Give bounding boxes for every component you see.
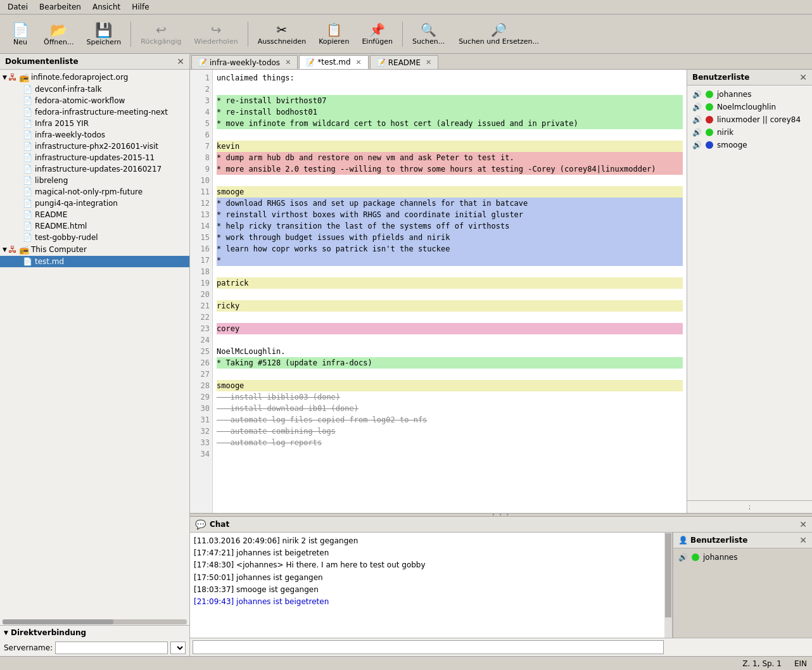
tree-item-fedora-infra[interactable]: 📄 fedora-infrastructure-meeting-next bbox=[0, 106, 189, 118]
line-34 bbox=[217, 448, 683, 460]
chat-close[interactable]: ✕ bbox=[799, 519, 807, 529]
tab-readme-close[interactable]: ✕ bbox=[426, 58, 431, 66]
tree-item-libreleng[interactable]: 📄 libreleng bbox=[0, 175, 189, 186]
line-27 bbox=[217, 369, 683, 380]
menu-ansicht[interactable]: Ansicht bbox=[87, 1, 125, 13]
right-panel-title: Benutzerliste bbox=[692, 73, 749, 82]
line-6 bbox=[217, 129, 683, 141]
server-dropdown[interactable] bbox=[170, 642, 186, 654]
line-20 bbox=[217, 289, 683, 300]
chat-msg-3: [17:48:30] <johannes> Hi there. I am her… bbox=[194, 559, 661, 571]
tree-item-test-gobby[interactable]: 📄 test-gobby-rudel bbox=[0, 232, 189, 243]
chat-messages: [11.03.2016 20:49:06] nirik 2 ist gegang… bbox=[190, 533, 664, 638]
editor-content[interactable]: unclaimed things: * re-install bvirthost… bbox=[213, 70, 687, 513]
tree-item-readme-html[interactable]: 📄 README.html bbox=[0, 220, 189, 232]
line-30: -- install download-ib01 (done) bbox=[217, 403, 683, 414]
chat-title: Chat bbox=[210, 520, 229, 529]
menu-datei[interactable]: Datei bbox=[3, 1, 33, 13]
chat-user-item-johannes: 🔊 johannes bbox=[676, 551, 809, 564]
line-8: * dump arm hub db and restore on new vm … bbox=[217, 152, 683, 163]
chat-header: 💬 Chat ✕ bbox=[190, 517, 812, 533]
line-1: unclaimed things: bbox=[217, 72, 683, 84]
tab-testmd-close[interactable]: ✕ bbox=[356, 58, 362, 66]
tree-item-phx2[interactable]: 📄 infrastructure-phx2-201601-visit bbox=[0, 141, 189, 152]
tree-item-pungi[interactable]: 📄 pungi4-qa-integration bbox=[0, 198, 189, 209]
toolbar-btn-open[interactable]: 📂 Öffnen... bbox=[38, 20, 79, 48]
line-17: * bbox=[217, 255, 683, 266]
line-2 bbox=[217, 84, 683, 95]
toolbar-btn-cut[interactable]: ✂ Ausschneiden bbox=[252, 20, 312, 47]
toolbar-btn-copy[interactable]: 📋 Kopieren bbox=[313, 20, 355, 47]
editor-area[interactable]: 12345 678910 1112131415 1617181920 21222… bbox=[190, 70, 687, 513]
tree-item-infra-weekly[interactable]: 📄 infra-weekly-todos bbox=[0, 129, 189, 141]
tab-infra-weekly[interactable]: 📝 infra-weekly-todos ✕ bbox=[191, 55, 298, 69]
direktverbindung-section: ▼ Direktverbindung bbox=[0, 625, 189, 640]
chat-user-close[interactable]: ✕ bbox=[799, 535, 807, 545]
chat-input-row bbox=[190, 638, 812, 656]
menu-hilfe[interactable]: Hilfe bbox=[127, 1, 154, 13]
user-item-nirik: 🔊 nirik bbox=[690, 126, 809, 139]
toolbar-btn-save[interactable]: 💾 Speichern bbox=[80, 20, 127, 48]
toolbar-btn-find[interactable]: 🔍 Suchen... bbox=[407, 20, 450, 47]
tab-infra-weekly-close[interactable]: ✕ bbox=[285, 58, 291, 66]
chat-scrollbar[interactable] bbox=[664, 533, 672, 638]
statusbar: Z. 1, Sp. 1 EIN bbox=[0, 656, 812, 670]
right-panel-close[interactable]: ✕ bbox=[799, 72, 807, 82]
left-panel-title: Dokumentenliste bbox=[5, 57, 79, 66]
chat-msg-1: [11.03.2016 20:49:06] nirik 2 ist gegang… bbox=[194, 535, 661, 547]
user-item-johannes: 🔊 johannes bbox=[690, 88, 809, 101]
menu-bearbeiten[interactable]: Bearbeiten bbox=[34, 1, 86, 13]
tree-item-fedora-atomic[interactable]: 📄 fedora-atomic-workflow bbox=[0, 95, 189, 106]
left-scrollbar[interactable] bbox=[3, 619, 187, 624]
left-panel-close[interactable]: ✕ bbox=[177, 56, 184, 66]
chat-user-header: 👤 Benutzerliste ✕ bbox=[673, 533, 812, 548]
user-name-johannes: johannes bbox=[717, 90, 751, 99]
server-input[interactable] bbox=[55, 642, 168, 654]
tree-item-infra-2016[interactable]: 📄 infrastructure-updates-20160217 bbox=[0, 163, 189, 175]
tab-readme-label: README bbox=[388, 58, 421, 67]
tree-item-devconf[interactable]: 📄 devconf-infra-talk bbox=[0, 84, 189, 95]
user-name-noel: Noelmcloughlin bbox=[717, 103, 776, 111]
tree-item-testmd[interactable]: 📄 test.md bbox=[0, 256, 189, 267]
user-icon-nirik: 🔊 bbox=[692, 128, 702, 137]
tab-readme[interactable]: 📝 README ✕ bbox=[370, 55, 439, 69]
tree-item-readme[interactable]: 📄 README bbox=[0, 209, 189, 220]
toolbar-btn-redo[interactable]: ↪ Wiederholen bbox=[189, 20, 244, 47]
chat-input[interactable] bbox=[193, 640, 664, 654]
user-name-corey: linuxmoder || corey84 bbox=[717, 115, 801, 124]
line-33: -- automate log reports bbox=[217, 437, 683, 448]
right-panel-collapse[interactable]: ; bbox=[687, 500, 812, 513]
tab-bar: 📝 infra-weekly-todos ✕ 📝 *test.md ✕ 📝 RE… bbox=[190, 54, 812, 70]
toolbar-btn-undo[interactable]: ↩ Rückgängig bbox=[135, 20, 187, 47]
toolbar: 📄 Neu 📂 Öffnen... 💾 Speichern ↩ Rückgäng… bbox=[0, 15, 812, 54]
user-name-smooge: smooge bbox=[717, 141, 747, 149]
toolbar-btn-new[interactable]: 📄 Neu bbox=[4, 20, 37, 48]
toolbar-btn-replace[interactable]: 🔎 Suchen und Ersetzen... bbox=[452, 20, 546, 47]
tree-item-this-computer[interactable]: ▼ 🖧 📻 This Computer bbox=[0, 243, 189, 256]
status-position: Z. 1, Sp. 1 bbox=[742, 659, 782, 668]
line-16: * learn how copr works so patrick isn't … bbox=[217, 243, 683, 255]
line-4: * re-install bodhost01 bbox=[217, 106, 683, 118]
line-21: ricky bbox=[217, 300, 683, 312]
user-icon-noel: 🔊 bbox=[692, 103, 702, 111]
tree-item-infra2015[interactable]: 📄 Infra 2015 YIR bbox=[0, 118, 189, 129]
menubar: Datei Bearbeiten Ansicht Hilfe bbox=[0, 0, 812, 15]
status-mode: EIN bbox=[794, 659, 807, 668]
toolbar-btn-paste[interactable]: 📌 Einfügen bbox=[356, 20, 398, 47]
tree-item-server1[interactable]: ▼ 🖧 📻 infinote.fedoraproject.org bbox=[0, 71, 189, 84]
server-label: Servername: bbox=[4, 643, 53, 652]
line-numbers: 12345 678910 1112131415 1617181920 21222… bbox=[190, 70, 213, 513]
tree-item-infra-2015-11[interactable]: 📄 infrastructure-updates-2015-11 bbox=[0, 152, 189, 163]
line-12: * download RHGS isos and set up package … bbox=[217, 198, 683, 209]
chat-user-name-johannes: johannes bbox=[703, 553, 737, 562]
user-icon-corey: 🔊 bbox=[692, 115, 702, 124]
line-19: patrick bbox=[217, 277, 683, 289]
line-13: * reinstall virthost boxes with RHGS and… bbox=[217, 209, 683, 220]
right-panel: Benutzerliste ✕ 🔊 johannes 🔊 Noelmclough… bbox=[687, 70, 812, 513]
line-31: -- automate log files copied from log02 … bbox=[217, 414, 683, 426]
line-14: * help ricky transition the last of the … bbox=[217, 220, 683, 232]
tab-infra-weekly-label: infra-weekly-todos bbox=[210, 58, 280, 67]
chat-user-list: 🔊 johannes bbox=[673, 548, 812, 638]
tree-item-magical[interactable]: 📄 magical-not-only-rpm-future bbox=[0, 186, 189, 198]
tab-testmd[interactable]: 📝 *test.md ✕ bbox=[299, 55, 368, 69]
